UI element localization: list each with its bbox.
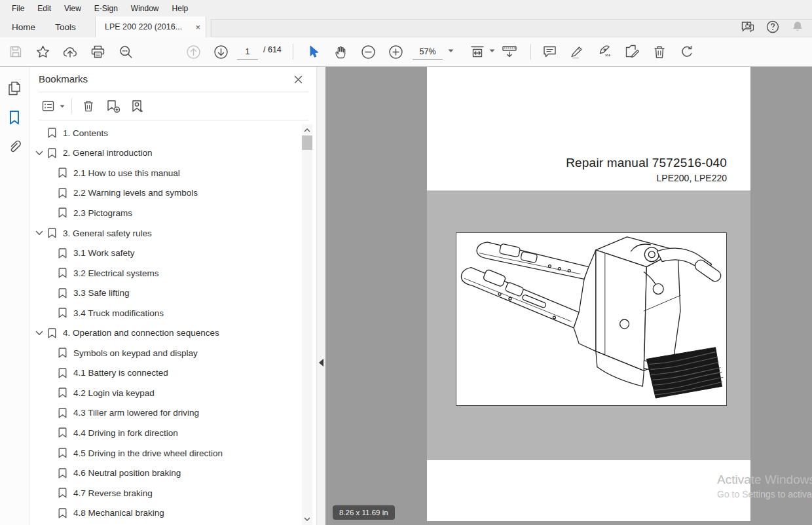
bookmark-item[interactable]: 4.8 Mechanical braking — [30, 503, 302, 523]
highlight-icon[interactable] — [566, 41, 588, 63]
chevron-down-icon[interactable] — [35, 230, 48, 236]
options-caret-icon[interactable] — [60, 105, 65, 108]
scroll-up-icon[interactable] — [302, 126, 312, 135]
bookmark-item[interactable]: 3.2 Electrical systems — [30, 263, 302, 283]
bookmark-item[interactable]: 4.2 Login via keypad — [30, 383, 302, 403]
menu-view[interactable]: View — [58, 1, 88, 16]
zoom-dropdown-caret-icon[interactable] — [448, 49, 454, 53]
zoom-out-icon[interactable] — [357, 41, 379, 63]
bookmark-label: 4.3 Tiller arm lowered for driving — [73, 408, 199, 418]
tab-tools[interactable]: Tools — [47, 16, 84, 37]
bookmark-icon — [58, 388, 67, 398]
search-icon[interactable] — [115, 41, 137, 63]
bookmark-item[interactable]: 4.4 Driving in fork direction — [30, 423, 302, 443]
bookmark-item[interactable]: 2.2 Warning levels and symbols — [30, 183, 302, 204]
divider — [71, 98, 72, 114]
fill-sign-icon[interactable] — [620, 41, 642, 63]
watermark-line2: Go to Settings to activa — [717, 489, 812, 499]
bookmark-label: 2. General introduction — [63, 148, 153, 158]
bookmark-icon — [58, 448, 67, 458]
acrobat-window: File Edit View E-Sign Window Help Home T… — [0, 0, 812, 525]
truck-illustration-frame — [456, 232, 727, 406]
bookmark-item[interactable]: 3.3 Safe lifting — [30, 283, 302, 303]
panel-collapse-handle[interactable] — [316, 67, 325, 525]
close-icon[interactable] — [291, 73, 304, 86]
favorites-icon[interactable] — [31, 41, 54, 63]
scroll-mode-icon[interactable] — [498, 41, 521, 63]
tab-home[interactable]: Home — [5, 16, 42, 37]
bookmark-item[interactable]: 2. General introduction — [30, 143, 302, 164]
document-title-block: Repair manual 7572516-040 LPE200, LPE220 — [566, 156, 727, 183]
menu-file[interactable]: File — [5, 1, 31, 16]
menu-edit[interactable]: Edit — [31, 1, 58, 16]
bookmark-icon — [58, 268, 67, 278]
help-icon[interactable] — [762, 18, 783, 36]
bookmark-item[interactable]: 4.5 Driving in the drive wheel direction — [30, 443, 302, 463]
collapse-panel-icon[interactable] — [319, 359, 323, 367]
fit-width-icon[interactable] — [466, 41, 489, 63]
tab-document[interactable]: LPE 200 220 (2016... × — [95, 16, 206, 37]
save-icon[interactable] — [5, 41, 27, 63]
delete-icon[interactable] — [648, 41, 671, 63]
page-number-input[interactable] — [237, 44, 258, 60]
print-icon[interactable] — [86, 41, 109, 63]
bookmark-item[interactable]: 4.1 Battery is connected — [30, 363, 302, 384]
zoom-in-icon[interactable] — [384, 41, 407, 63]
feedback-icon[interactable] — [737, 18, 758, 36]
bookmark-item[interactable]: 4. Operation and connection sequences — [30, 323, 302, 343]
bookmark-icon — [58, 427, 67, 438]
bookmarks-panel-icon[interactable] — [3, 107, 26, 129]
page-up-icon[interactable] — [182, 41, 204, 63]
bookmark-item[interactable]: 2.1 How to use this manual — [30, 163, 302, 183]
divider — [39, 120, 308, 120]
bookmark-item[interactable]: 3.1 Work safety — [30, 243, 302, 263]
bookmark-item[interactable]: 2.3 Pictograms — [30, 203, 302, 223]
bookmarks-panel-title: Bookmarks — [39, 73, 88, 84]
options-icon[interactable] — [39, 96, 58, 116]
fit-dropdown-caret-icon[interactable] — [489, 49, 495, 53]
menu-window[interactable]: Window — [124, 1, 166, 16]
bookmark-item[interactable]: 4.6 Neutral position braking — [30, 463, 302, 483]
bookmark-item[interactable]: 3. General safety rules — [30, 223, 302, 244]
notifications-icon[interactable] — [787, 18, 808, 36]
bookmark-label: 4.1 Battery is connected — [73, 368, 168, 378]
bookmark-item[interactable]: 3.4 Truck modifications — [30, 303, 302, 323]
bookmark-item[interactable]: 1. Contents — [30, 123, 302, 143]
document-viewer[interactable]: Repair manual 7572516-040 LPE200, LPE220 — [325, 67, 812, 525]
activate-windows-watermark: Activate Windows Go to Settings to activ… — [717, 473, 812, 499]
chevron-down-icon[interactable] — [35, 331, 48, 336]
bookmark-label: 4.8 Mechanical braking — [73, 508, 164, 518]
tab-bar: Home Tools LPE 200 220 (2016... × — [0, 16, 812, 37]
bookmark-item[interactable]: 4.7 Reverse braking — [30, 483, 302, 503]
esign-icon[interactable] — [593, 41, 615, 63]
share-icon[interactable] — [59, 41, 81, 63]
hand-tool-icon[interactable] — [329, 41, 352, 63]
select-tool-icon[interactable] — [302, 41, 324, 63]
bookmark-label: 3.1 Work safety — [73, 248, 135, 258]
menu-esign[interactable]: E-Sign — [88, 1, 124, 16]
bookmark-item[interactable]: 4.3 Tiller arm lowered for driving — [30, 403, 302, 424]
menu-help[interactable]: Help — [166, 1, 195, 16]
close-icon[interactable]: × — [195, 23, 200, 31]
bookmark-label: 4.2 Login via keypad — [73, 388, 155, 398]
expand-bookmark-icon[interactable] — [128, 96, 148, 116]
comment-icon[interactable] — [538, 41, 561, 63]
bookmark-icon — [58, 188, 67, 198]
chevron-down-icon[interactable] — [35, 151, 48, 156]
bookmark-item[interactable]: Symbols on keypad and display — [30, 343, 302, 363]
bookmark-icon — [58, 368, 67, 378]
page-thumbnails-icon[interactable] — [3, 77, 26, 100]
new-bookmark-icon[interactable] — [103, 96, 123, 116]
cover-gray-band — [427, 190, 750, 460]
delete-bookmark-icon[interactable] — [79, 96, 98, 116]
bookmark-icon — [58, 208, 67, 218]
attachments-icon[interactable] — [3, 136, 26, 158]
rotate-icon[interactable] — [676, 41, 698, 63]
page-down-icon[interactable] — [210, 41, 232, 63]
bookmarks-scrollbar[interactable] — [302, 124, 312, 525]
scrollbar-thumb[interactable] — [302, 136, 312, 150]
zoom-level-value[interactable]: 57% — [413, 44, 443, 60]
page-size-tooltip: 8.26 x 11.69 in — [333, 505, 395, 520]
scroll-down-icon[interactable] — [302, 515, 312, 524]
toolbar-separator — [293, 44, 293, 60]
